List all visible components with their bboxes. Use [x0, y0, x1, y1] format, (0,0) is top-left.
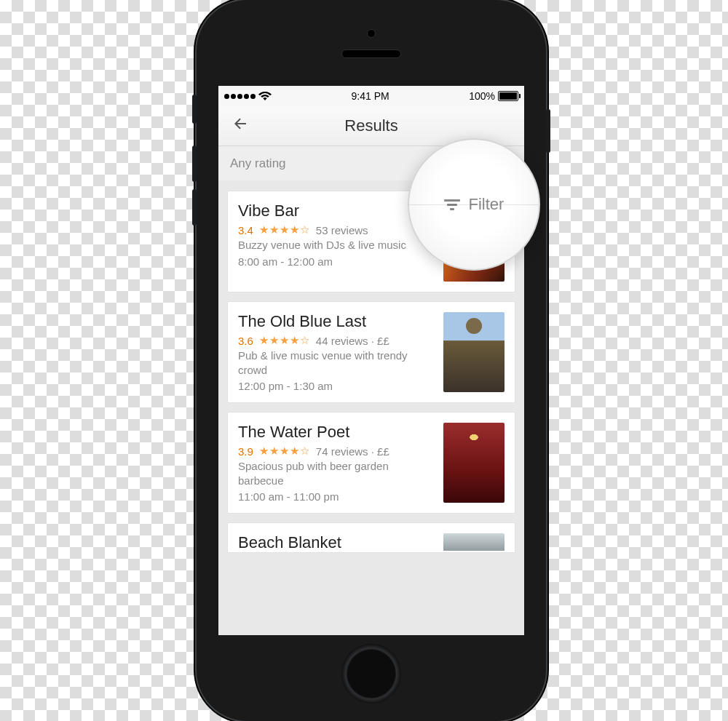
star-rating-icon: ★★★★☆ — [259, 334, 310, 347]
result-title: The Water Poet — [238, 423, 433, 442]
back-button[interactable] — [232, 115, 249, 137]
result-title: Beach Blanket — [238, 533, 433, 552]
result-hours: 12:00 pm - 1:30 am — [238, 380, 433, 392]
cell-signal-icon — [224, 94, 256, 99]
result-thumbnail — [443, 423, 505, 503]
power-button — [546, 109, 550, 153]
volume-down — [192, 189, 197, 226]
page-title: Results — [344, 116, 397, 135]
star-rating-icon: ★★★★☆ — [259, 445, 310, 458]
mute-switch — [192, 95, 197, 124]
status-time: 9:41 PM — [352, 90, 389, 102]
result-title: The Old Blue Last — [238, 312, 433, 331]
arrow-left-icon — [232, 115, 249, 132]
filter-button-callout[interactable]: Filter — [408, 138, 540, 271]
star-rating-icon: ★★★★☆ — [259, 223, 310, 236]
result-hours: 8:00 am - 12:00 am — [238, 255, 433, 268]
result-title: Vibe Bar — [238, 202, 433, 220]
wifi-icon — [258, 92, 272, 101]
review-count: 53 reviews — [316, 224, 368, 236]
earpiece-speaker — [341, 49, 401, 58]
battery-icon — [498, 91, 518, 101]
phone-frame: 9:41 PM 100% Results Any rating Vibe Bar — [197, 0, 546, 721]
volume-up — [192, 146, 197, 182]
home-button[interactable] — [341, 644, 401, 704]
result-description: Spacious pub with beer garden barbecue — [238, 459, 433, 487]
result-thumbnail — [443, 533, 505, 551]
filter-icon — [444, 199, 460, 210]
front-camera — [367, 29, 376, 38]
status-bar: 9:41 PM 100% — [218, 86, 524, 106]
rating-number: 3.9 — [238, 445, 253, 458]
result-hours: 11:00 am - 11:00 pm — [238, 490, 433, 503]
result-card[interactable]: Beach Blanket — [227, 522, 515, 553]
rating-filter-label: Any rating — [230, 156, 286, 171]
result-card[interactable]: The Water Poet 3.9 ★★★★☆ 74 reviews · ££… — [227, 412, 515, 514]
filter-label: Filter — [469, 195, 505, 214]
result-card[interactable]: The Old Blue Last 3.6 ★★★★☆ 44 reviews ·… — [227, 301, 515, 403]
price-level: ££ — [377, 445, 389, 458]
battery-percent: 100% — [469, 90, 495, 102]
result-description: Buzzy venue with DJs & live music — [238, 238, 433, 252]
review-count: 44 reviews — [316, 335, 368, 347]
result-description: Pub & live music venue with trendy crowd — [238, 348, 433, 377]
review-count: 74 reviews — [316, 445, 368, 458]
rating-number: 3.6 — [238, 335, 253, 347]
result-thumbnail — [443, 312, 505, 392]
rating-number: 3.4 — [238, 224, 253, 236]
price-level: ££ — [377, 335, 389, 347]
